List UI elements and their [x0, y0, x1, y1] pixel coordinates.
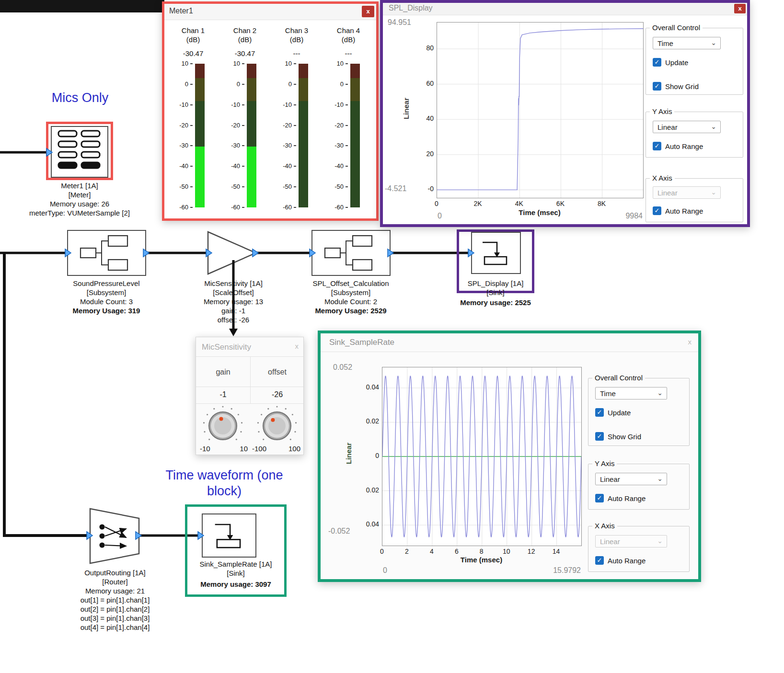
meter-scale-tick — [346, 166, 348, 167]
meter-scale-tick — [346, 63, 348, 64]
meter-channel-value: -30.47 — [168, 49, 218, 57]
meter-scale-tick — [242, 125, 244, 126]
meter-scale-label: -30 — [323, 142, 344, 149]
sink-xmax-readout: 15.9792 — [502, 566, 581, 575]
input-pin — [46, 148, 52, 156]
meter-scale-tick — [294, 166, 296, 167]
meter-scale-tick — [242, 84, 244, 85]
meter-yellow-zone — [350, 78, 360, 101]
sink-plot-ytick: 0.02 — [359, 417, 379, 425]
sink-ylabel: Linear — [345, 439, 353, 468]
spl-time-dropdown-value: Time — [657, 39, 673, 47]
sink-plot-xtick: 14 — [546, 548, 567, 555]
spl-plot-ytick: 80 — [414, 44, 434, 52]
spl-plot-xtick: 4K — [508, 200, 530, 207]
meter-scale-tick — [190, 125, 193, 126]
close-icon[interactable]: x — [734, 4, 746, 13]
meter-channel-unit: (dB) — [272, 35, 322, 44]
spl-ylabel: Linear — [402, 94, 410, 123]
sink-overall-control-group: Overall Control Time Update Show Grid — [588, 378, 690, 446]
meter-scale-label: -40 — [272, 162, 292, 170]
output-pin — [143, 249, 149, 257]
spl-ymax-readout: 94.951 — [388, 18, 411, 27]
spl-update-checkbox[interactable] — [653, 58, 661, 67]
meter-scale-tick — [294, 125, 296, 126]
sink-plot-ytick: 0.04 — [359, 383, 379, 391]
meter-scale: 100-10-20-30-40-50-60 — [323, 64, 373, 212]
sink-ymax-readout: 0.052 — [333, 363, 352, 372]
meter-channel-1: Chan 1(dB)-30.47100-10-20-30-40-50-60 — [168, 25, 218, 217]
spl-x-axis-dropdown-value: Linear — [657, 189, 678, 197]
meter-scale-label: -40 — [323, 162, 344, 170]
meter-scale-label: 0 — [220, 80, 240, 88]
spl-plot-ytick: -0 — [414, 185, 434, 193]
knob-gain[interactable] — [200, 403, 246, 449]
sink-time-dropdown-value: Time — [600, 389, 616, 398]
spl-y-axis-group: Y Axis Linear Auto Range — [646, 112, 743, 158]
sink-window-titlebar[interactable]: Sink_SampleRate x — [321, 333, 698, 352]
meter-scale-tick — [346, 104, 348, 105]
sink-y-auto-range-checkbox[interactable] — [595, 494, 604, 502]
meter-scale-tick — [294, 104, 296, 105]
meter-channel-value: -30.47 — [220, 49, 270, 57]
meter-scale-label: -50 — [323, 183, 344, 190]
meter-scale-tick — [346, 125, 348, 126]
sink-plot-xtick: 0 — [371, 548, 392, 555]
sink-time-dropdown[interactable]: Time — [595, 387, 667, 399]
sink-update-label: Update — [608, 409, 631, 417]
chevron-down-icon — [711, 121, 716, 133]
spl-plot-ytick: 60 — [414, 80, 434, 87]
close-icon[interactable]: x — [295, 342, 299, 350]
spl-y-auto-range-label: Auto Range — [665, 142, 703, 150]
meter-scale-label: -40 — [168, 162, 188, 170]
spl-y-auto-range-checkbox[interactable] — [653, 142, 661, 150]
spl-window-titlebar[interactable]: SPL_Display x — [383, 3, 747, 15]
meter-scale: 100-10-20-30-40-50-60 — [272, 64, 322, 212]
close-icon[interactable]: x — [362, 6, 374, 17]
spl-y-axis-dropdown[interactable]: Linear — [653, 121, 721, 133]
sink-xlabel: Time (msec) — [382, 556, 581, 564]
knob-gain-value: -1 — [196, 390, 250, 399]
meter-scale-tick — [346, 84, 348, 85]
spl-x-axis-dropdown[interactable]: Linear — [653, 186, 721, 199]
meter1-window-titlebar[interactable]: Meter1 x — [164, 4, 376, 20]
spl-x-axis-group: X Axis Linear Auto Range — [646, 178, 743, 222]
output-pin — [136, 532, 141, 539]
sink-y-axis-dropdown[interactable]: Linear — [595, 473, 667, 485]
meter-scale-tick — [242, 104, 244, 105]
meter-scale-label: -40 — [220, 162, 240, 170]
input-pin — [65, 249, 71, 257]
meter-scale-label: -50 — [220, 183, 240, 190]
meter-scale-tick — [242, 166, 244, 167]
sink-xmin-readout: 0 — [383, 566, 387, 575]
output-pin — [388, 249, 393, 257]
sink-x-axis-dropdown[interactable]: Linear — [595, 535, 667, 548]
spl-plot-xtick: 6K — [550, 200, 571, 207]
meter-yellow-zone — [195, 78, 205, 101]
sink-plot-ytick: 0 — [359, 452, 379, 459]
knob-offset[interactable] — [254, 403, 300, 449]
spl-ymin-readout: -4.521 — [385, 184, 406, 193]
meter-channel-4: Chan 4(dB)---100-10-20-30-40-50-60 — [323, 25, 373, 217]
spl-plot-xtick: 2K — [467, 200, 488, 207]
sink-plot-xtick: 10 — [496, 548, 517, 555]
close-icon[interactable]: x — [688, 338, 692, 346]
spl-time-dropdown[interactable]: Time — [653, 37, 721, 49]
sink-plot-xtick: 8 — [471, 548, 492, 555]
meter-channel-unit: (dB) — [168, 35, 218, 44]
sink-update-checkbox[interactable] — [595, 408, 604, 417]
chevron-down-icon — [657, 535, 663, 547]
meter-scale-label: 0 — [168, 80, 188, 88]
meter-scale-tick — [190, 186, 193, 187]
sink-x-auto-range-checkbox[interactable] — [595, 556, 604, 565]
sink-ymin-readout: -0.052 — [328, 527, 350, 536]
meter-scale-label: -20 — [272, 122, 292, 129]
meter-scale-label: -60 — [272, 204, 292, 211]
meter-yellow-zone — [299, 78, 308, 101]
meter-level-fill — [195, 147, 205, 207]
sink-show-grid-checkbox[interactable] — [595, 432, 604, 441]
sink-y-axis-label: Y Axis — [592, 459, 617, 468]
sink-samplerate-window: Sink_SampleRate x 0.052 -0.052 0 15.9792… — [318, 331, 701, 582]
spl-x-auto-range-checkbox[interactable] — [653, 206, 661, 215]
spl-show-grid-checkbox[interactable] — [653, 82, 661, 91]
